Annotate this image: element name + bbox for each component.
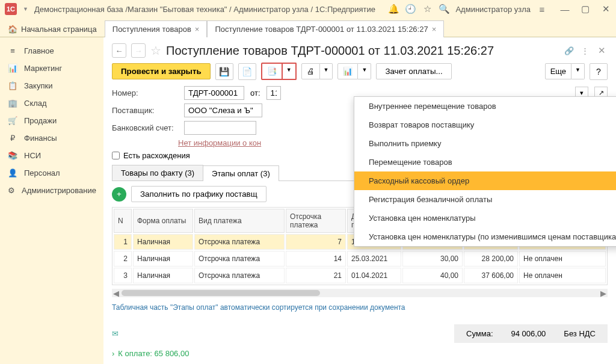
table-row[interactable]: 2 Наличная Отсрочка платежа 14 25.03.202…	[114, 251, 606, 267]
chevron-down-icon[interactable]: ▼	[283, 63, 297, 80]
create-based-on-icon[interactable]: 📑	[261, 63, 283, 80]
home-icon: 🏠	[8, 25, 17, 34]
personnel-icon: 👤	[7, 168, 18, 177]
horizontal-scrollbar[interactable]: ◀ ▶	[112, 289, 608, 297]
bell-icon[interactable]: 🔔	[388, 4, 399, 14]
cell-status: Не оплачен	[519, 268, 606, 283]
sidebar-item-admin[interactable]: ⚙Администрирование	[0, 182, 103, 199]
sidebar-item-warehouse[interactable]: 🏢Склад	[0, 94, 103, 112]
tab-payments[interactable]: Этапы оплат (3)	[203, 165, 279, 181]
system-menu-arrow-icon[interactable]: ▼	[23, 6, 28, 12]
close-tab-icon[interactable]: ×	[432, 25, 437, 34]
settings-icon[interactable]: ≡	[537, 4, 547, 14]
close-tab-icon[interactable]: ×	[195, 25, 200, 34]
minimize-icon[interactable]: —	[559, 4, 570, 14]
note-text: Табличная часть "Этапы оплат" автоматиче…	[112, 303, 608, 312]
maximize-icon[interactable]: ▢	[580, 4, 591, 14]
tab-home-label: Начальная страница	[21, 25, 97, 34]
tab-home[interactable]: 🏠 Начальная страница	[0, 20, 105, 37]
cell-type: Отсрочка платежа	[194, 268, 285, 283]
print-icon[interactable]: 🖨	[301, 63, 320, 79]
arrow-right-icon: ›	[112, 349, 114, 358]
warning-link[interactable]: Нет информации о кон	[178, 138, 261, 147]
finance-icon: ₽	[7, 134, 18, 143]
chevron-down-icon[interactable]: ▼	[358, 63, 371, 79]
col-n[interactable]: N	[114, 209, 132, 233]
toolbar: Провести и закрыть 💾 📄 📑 ▼ 🖨 ▼ 📊 ▼ Зачет…	[112, 63, 608, 80]
bank-account-input[interactable]	[184, 121, 256, 135]
sidebar-item-purchases[interactable]: 📋Закупки	[0, 77, 103, 94]
more-button[interactable]: Еще ▼	[545, 63, 585, 79]
col-delay[interactable]: Отсрочка платежа	[286, 209, 346, 233]
back-button[interactable]: ←	[112, 43, 126, 58]
cell-n: 2	[114, 251, 132, 267]
table-row[interactable]: 3 Наличная Отсрочка платежа 21 01.04.202…	[114, 268, 606, 283]
app-logo-icon: 1C	[5, 3, 17, 15]
cell-form: Наличная	[133, 251, 193, 267]
tab-goods[interactable]: Товары по факту (3)	[112, 165, 203, 180]
add-row-button[interactable]: +	[112, 187, 126, 202]
top-bar: 1C ▼ Демонстрационная база /Магазин "Быт…	[0, 0, 616, 18]
sidebar-item-label: Персонал	[24, 168, 60, 177]
sum-label: Сумма:	[466, 329, 493, 338]
dropdown-item[interactable]: Перемещение товаров	[354, 153, 616, 171]
sidebar-item-marketing[interactable]: 📊Маркетинг	[0, 60, 103, 77]
message-icon[interactable]: ✉	[112, 329, 119, 338]
purchases-icon: 📋	[7, 81, 18, 90]
link-icon[interactable]: 🔗	[564, 46, 576, 55]
col-type[interactable]: Вид платежа	[194, 209, 285, 233]
star-icon[interactable]: ☆	[422, 4, 433, 14]
sidebar-item-label: Финансы	[24, 134, 57, 143]
scroll-right-icon[interactable]: ▶	[599, 289, 608, 298]
to-pay-label[interactable]: К оплате: 65 806,00	[118, 349, 189, 358]
more-actions-icon[interactable]: ⋮	[581, 46, 593, 55]
sidebar-item-personnel[interactable]: 👤Персонал	[0, 164, 103, 182]
app-title: Демонстрационная база /Магазин "Бытовая …	[34, 5, 383, 14]
fill-by-schedule-button[interactable]: Заполнить по графику поставщ	[131, 186, 266, 202]
sidebar-item-nsi[interactable]: 📚НСИ	[0, 147, 103, 164]
supplier-input[interactable]	[184, 103, 262, 117]
tab-receipts[interactable]: Поступления товаров ×	[105, 20, 208, 37]
create-based-on-button[interactable]: 📑 ▼	[261, 63, 297, 80]
favorite-icon[interactable]: ☆	[150, 43, 161, 58]
forward-button[interactable]: →	[131, 43, 146, 58]
sum-value: 94 006,00	[511, 329, 546, 338]
sidebar-item-finance[interactable]: ₽Финансы	[0, 129, 103, 147]
dropdown-item[interactable]: Регистрация безналичной оплаты	[354, 190, 616, 209]
post-button[interactable]: 📄	[238, 63, 256, 80]
close-doc-icon[interactable]: ✕	[598, 45, 608, 56]
dropdown-item[interactable]: Возврат товаров поставщику	[354, 116, 616, 134]
scroll-left-icon[interactable]: ◀	[112, 289, 120, 298]
search-icon[interactable]: 🔍	[439, 4, 449, 14]
dropdown-item[interactable]: Установка цен номенклатуры	[354, 209, 616, 227]
help-button[interactable]: ?	[590, 63, 608, 80]
cell-delay: 14	[286, 251, 346, 267]
report-button[interactable]: 📊 ▼	[337, 63, 371, 79]
history-icon[interactable]: 🕘	[405, 4, 416, 14]
date-input[interactable]	[266, 86, 281, 100]
print-button[interactable]: 🖨 ▼	[301, 63, 333, 79]
scroll-thumb[interactable]	[122, 290, 320, 296]
tab-current-doc[interactable]: Поступление товаров ТДРТ-000001 от 11.03…	[207, 20, 444, 37]
cell-date: 25.03.2021	[347, 251, 401, 267]
report-icon[interactable]: 📊	[337, 63, 358, 79]
dropdown-item[interactable]: Расходный кассовый ордер	[354, 171, 616, 190]
tab-receipts-label: Поступления товаров	[112, 25, 191, 34]
number-input[interactable]	[184, 86, 244, 100]
chevron-down-icon[interactable]: ▼	[320, 63, 333, 79]
discrepancies-checkbox[interactable]	[112, 152, 120, 159]
dropdown-item[interactable]: Установка цен номенклатуры (по изменивши…	[354, 227, 616, 246]
post-close-button[interactable]: Провести и закрыть	[112, 63, 211, 79]
close-window-icon[interactable]: ✕	[600, 4, 611, 14]
cell-type: Отсрочка платежа	[194, 234, 285, 250]
offset-payment-button[interactable]: Зачет оплаты...	[376, 63, 451, 79]
dropdown-item[interactable]: Выполнить приемку	[354, 134, 616, 153]
user-label[interactable]: Администратор узла	[455, 5, 531, 14]
sidebar-item-main[interactable]: ≡Главное	[0, 42, 103, 60]
supplier-label: Поставщик:	[112, 106, 178, 115]
save-button[interactable]: 💾	[215, 63, 233, 80]
sidebar-item-sales[interactable]: 🛒Продажи	[0, 112, 103, 129]
col-form[interactable]: Форма оплаты	[133, 209, 193, 233]
dropdown-item[interactable]: Внутреннее перемещение товаров	[354, 97, 616, 116]
chevron-down-icon[interactable]: ▼	[571, 63, 585, 79]
